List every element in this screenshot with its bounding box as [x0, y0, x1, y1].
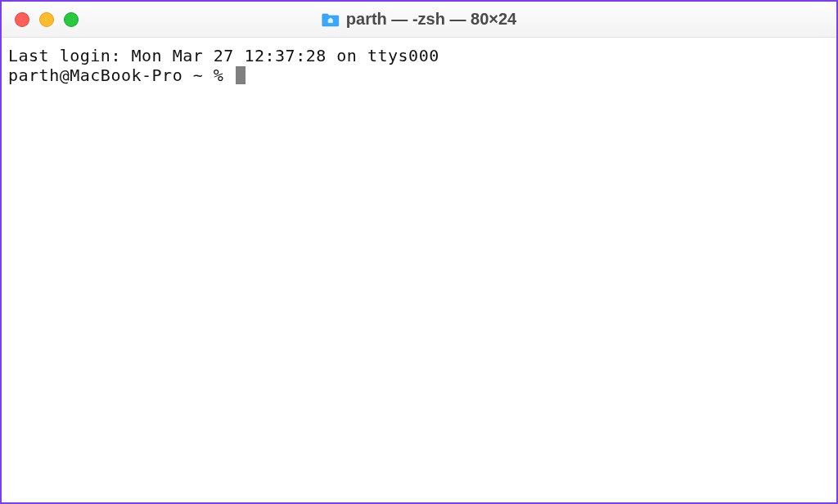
shell-prompt: parth@MacBook-Pro ~ %: [8, 65, 234, 85]
last-login-line: Last login: Mon Mar 27 12:37:28 on ttys0…: [8, 46, 830, 65]
cursor: [236, 66, 246, 84]
terminal-output[interactable]: Last login: Mon Mar 27 12:37:28 on ttys0…: [2, 38, 836, 93]
prompt-line: parth@MacBook-Pro ~ %: [8, 65, 830, 85]
minimize-button[interactable]: [39, 12, 54, 27]
window-titlebar: parth — -zsh — 80×24: [2, 2, 836, 38]
maximize-button[interactable]: [64, 12, 79, 27]
close-button[interactable]: [15, 12, 29, 27]
window-title-group: parth — -zsh — 80×24: [322, 10, 516, 29]
home-folder-icon: [322, 12, 340, 27]
window-title: parth — -zsh — 80×24: [346, 10, 516, 29]
traffic-lights: [2, 12, 79, 27]
